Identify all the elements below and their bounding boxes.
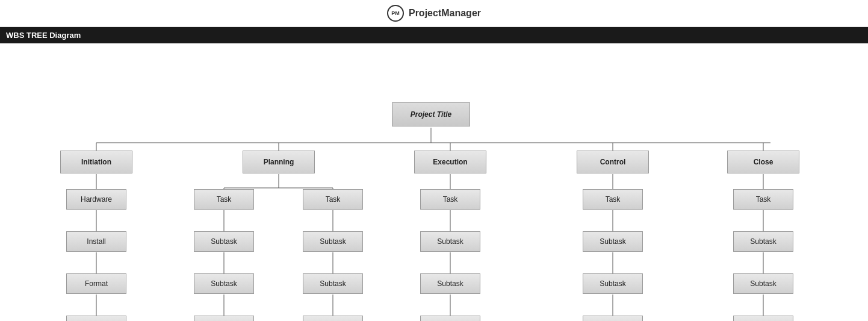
l1-planning: Planning [243,151,315,173]
planning-task2-subtask2: Subtask [303,273,363,294]
brand-name: ProjectManager [409,8,481,19]
control-task: Task [583,189,643,210]
initiation-format: Format [66,273,126,294]
execution-subtask1: Subtask [420,231,480,252]
close-subtask2: Subtask [733,273,793,294]
diagram-area: Project Title Initiation Planning Execut… [0,43,868,321]
planning-task1: Task [194,189,254,210]
header: PM ProjectManager [0,0,868,27]
execution-task: Task [420,189,480,210]
close-subtask1: Subtask [733,231,793,252]
root-node: Project Title [392,102,470,126]
close-subtask3: Subtask [733,316,793,321]
planning-task1-subtask1: Subtask [194,231,254,252]
control-subtask2: Subtask [583,273,643,294]
initiation-hardware: Hardware [66,189,126,210]
execution-subtask3: Subtask [420,316,480,321]
planning-task1-subtask3: Subtask [194,316,254,321]
logo-icon: PM [387,5,404,22]
control-subtask1: Subtask [583,231,643,252]
planning-task1-subtask2: Subtask [194,273,254,294]
planning-task2-subtask3: Subtask [303,316,363,321]
close-task: Task [733,189,793,210]
execution-subtask2: Subtask [420,273,480,294]
l1-control: Control [577,151,649,173]
control-subtask3: Subtask [583,316,643,321]
tree-wrapper: Project Title Initiation Planning Execut… [0,49,855,321]
planning-task2-subtask1: Subtask [303,231,363,252]
initiation-test: Test [66,316,126,321]
l1-initiation: Initiation [60,151,132,173]
initiation-install: Install [66,231,126,252]
title-bar: WBS TREE Diagram [0,27,868,43]
planning-task2: Task [303,189,363,210]
l1-close: Close [727,151,799,173]
l1-execution: Execution [414,151,486,173]
